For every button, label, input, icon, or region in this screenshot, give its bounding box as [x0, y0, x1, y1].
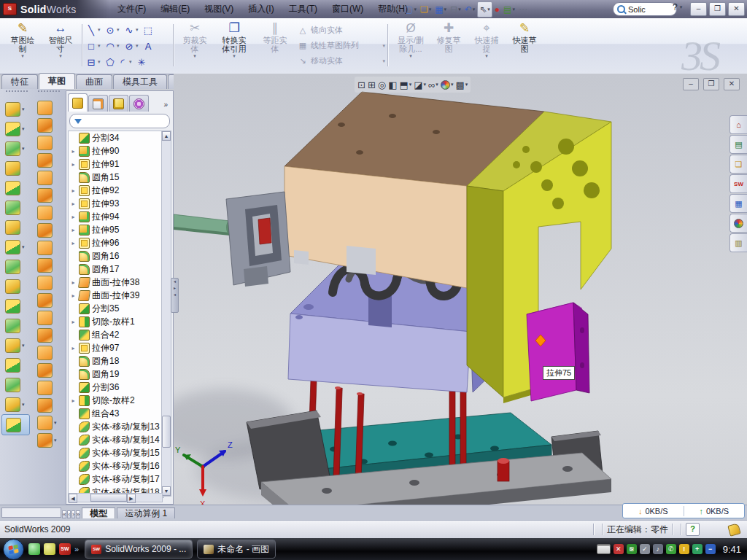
tree-item[interactable]: ▸拉伸90	[69, 144, 163, 158]
tree-item[interactable]: 实体-移动/复制17	[69, 472, 163, 486]
freeform-button[interactable]: ▾	[34, 414, 64, 432]
open-icon[interactable]: ❏▾	[419, 2, 433, 17]
dropdown-arrow-icon[interactable]: ▾	[98, 27, 104, 33]
start-button[interactable]	[3, 539, 24, 560]
dropdown-arrow-icon[interactable]: ▾	[414, 7, 417, 12]
smart-dimension-button[interactable]: ↔智能尺寸▾	[42, 21, 79, 69]
traffic-light-icon[interactable]: ●	[493, 2, 501, 17]
dropdown-arrow-icon[interactable]: ▾	[424, 82, 427, 88]
minimize-button[interactable]: –	[690, 2, 707, 16]
dropdown-arrow-icon[interactable]: ▾	[117, 43, 123, 49]
menu-工具(T)[interactable]: 工具(T)	[282, 1, 324, 18]
feature-filter-input[interactable]	[69, 114, 170, 128]
appearances-tab[interactable]: ●	[729, 214, 747, 233]
dropdown-arrow-icon[interactable]: ▾	[129, 59, 135, 65]
ruled-surface-button[interactable]	[34, 344, 64, 362]
save-icon[interactable]: ▦▾	[433, 2, 448, 17]
home-tab[interactable]: ⌂	[729, 115, 747, 134]
linear-pattern-button[interactable]: ▾	[1, 237, 32, 257]
tree-item[interactable]: ▸曲面-拉伸39	[69, 289, 163, 302]
dropdown-arrow-icon[interactable]: ▾	[512, 7, 515, 12]
scroll-thumb[interactable]	[162, 416, 171, 448]
menu-视图(V)[interactable]: 视图(V)	[198, 1, 240, 18]
delete-face-button[interactable]	[34, 362, 64, 379]
new-document-icon[interactable]: ▢▾	[403, 2, 418, 17]
expand-arrow-icon[interactable]: ▸	[70, 201, 77, 207]
dropdown-arrow-icon[interactable]: ▾	[382, 43, 385, 49]
dropdown-arrow-icon[interactable]: ▾	[465, 82, 468, 88]
planar-surface-button[interactable]	[34, 204, 64, 222]
checklist-icon[interactable]: ▤▾	[502, 2, 516, 17]
graphics-viewport[interactable]: Y Z X ⊡⊞◎◧⬒▾◪▾∞▾●▾▩▾ – ❐ ✕ ⌂▤❏SW▦●▥ 拉伸75	[174, 74, 747, 520]
swept-surface-button[interactable]	[34, 99, 64, 117]
tray-badge-icon[interactable]: ✓	[640, 544, 650, 554]
selection-box-tool[interactable]: ⬚	[142, 25, 154, 36]
chamfer-button[interactable]	[1, 198, 32, 217]
tree-item[interactable]: ▸曲面-拉伸38	[69, 276, 163, 289]
undo-icon[interactable]: ↶▾	[463, 2, 477, 17]
expand-arrow-icon[interactable]: ▸	[70, 292, 77, 299]
dropdown-arrow-icon[interactable]: ▾	[54, 420, 57, 426]
menu-文件(F)[interactable]: 文件(F)	[111, 1, 152, 18]
tray-shield-plus-icon[interactable]: +	[692, 544, 703, 554]
tray-warning-icon[interactable]: !	[679, 544, 689, 554]
dropdown-arrow-icon[interactable]: ▾	[451, 82, 454, 88]
zoom-area-button[interactable]: ⊞	[368, 79, 376, 90]
scroll-left-button[interactable]: ◀	[69, 494, 77, 503]
tray-antivirus-icon[interactable]: ✕	[614, 544, 624, 554]
radiate-surface-button[interactable]	[34, 239, 64, 257]
part-gray-clamp[interactable]	[226, 192, 290, 287]
tray-security-icon[interactable]: ≋	[627, 544, 637, 554]
tab-草图[interactable]: 草图	[39, 73, 75, 89]
dropdown-arrow-icon[interactable]: ▾	[117, 27, 123, 33]
scroll-thumb[interactable]	[90, 494, 127, 502]
tree-item[interactable]: ▸拉伸92	[69, 184, 163, 197]
tag-icon[interactable]	[727, 523, 740, 536]
model-tab-运动算例 1[interactable]: 运动算例 1	[117, 508, 175, 518]
dropdown-arrow-icon[interactable]: ▾	[136, 27, 142, 33]
part-green-rod[interactable]	[174, 214, 232, 236]
select-arrow-icon[interactable]: ⇖▾	[477, 1, 492, 18]
extend-surface-button[interactable]	[34, 327, 64, 344]
dropdown-arrow-icon[interactable]: ▾	[473, 7, 476, 12]
dropdown-arrow-icon[interactable]: ▾	[382, 58, 385, 64]
menu-窗口(W)[interactable]: 窗口(W)	[325, 1, 370, 18]
intersect-button[interactable]	[1, 276, 32, 296]
tab-特征[interactable]: 特征	[1, 74, 38, 89]
expand-arrow-icon[interactable]: ▸	[70, 227, 77, 233]
rectangle-tool[interactable]: □	[85, 41, 97, 52]
deform-button[interactable]	[1, 355, 32, 375]
tree-item[interactable]: ▸拉伸96	[69, 236, 163, 249]
sw-resources-tab[interactable]: SW	[729, 174, 747, 193]
design-library-tab[interactable]: ▤	[729, 135, 747, 154]
extruded-surface-button[interactable]	[34, 134, 64, 152]
polygon-tool[interactable]: ⬠	[104, 57, 116, 68]
tab-nav-button[interactable]: ‹	[67, 510, 71, 518]
taskbar-window-paint[interactable]: 未命名 - 画图	[197, 540, 276, 559]
dropdown-arrow-icon[interactable]: ▾	[22, 402, 25, 408]
trim-surface-button[interactable]	[34, 309, 64, 327]
spline-tool[interactable]: ∿	[123, 25, 135, 36]
delete-body-button[interactable]: ▾	[1, 335, 32, 355]
thicken-button[interactable]	[34, 397, 64, 414]
tray-update-icon[interactable]: −	[705, 544, 716, 554]
tree-item[interactable]: 分割36	[69, 381, 163, 394]
expand-arrow-icon[interactable]: ▸	[70, 214, 77, 220]
toolbar-grip[interactable]	[38, 90, 60, 98]
tree-item[interactable]: ▸拉伸93	[69, 197, 163, 210]
dropdown-arrow-icon[interactable]: ▾	[22, 146, 25, 152]
dropdown-arrow-icon[interactable]: ▾	[409, 82, 412, 88]
dropdown-arrow-icon[interactable]: ▾	[177, 53, 213, 59]
scroll-down-button[interactable]: ▼	[162, 486, 171, 496]
taskbar-window-solidworks[interactable]: SWSolidWorks 2009 - ...	[85, 540, 193, 559]
dropdown-arrow-icon[interactable]: ▾	[54, 438, 57, 443]
scroll-up-button[interactable]: ▲	[162, 131, 171, 141]
expand-arrow-icon[interactable]: ▸	[70, 279, 77, 286]
filled-surface-button[interactable]	[34, 187, 64, 204]
expand-arrow-icon[interactable]: ▸	[70, 240, 77, 246]
dropdown-arrow-icon[interactable]: ▾	[98, 43, 104, 49]
swept-boss-button[interactable]	[1, 158, 32, 178]
point-tool[interactable]: ✳	[136, 57, 147, 68]
tree-item[interactable]: 组合43	[69, 407, 163, 420]
zoom-fit-button[interactable]: ⊡	[357, 79, 365, 90]
